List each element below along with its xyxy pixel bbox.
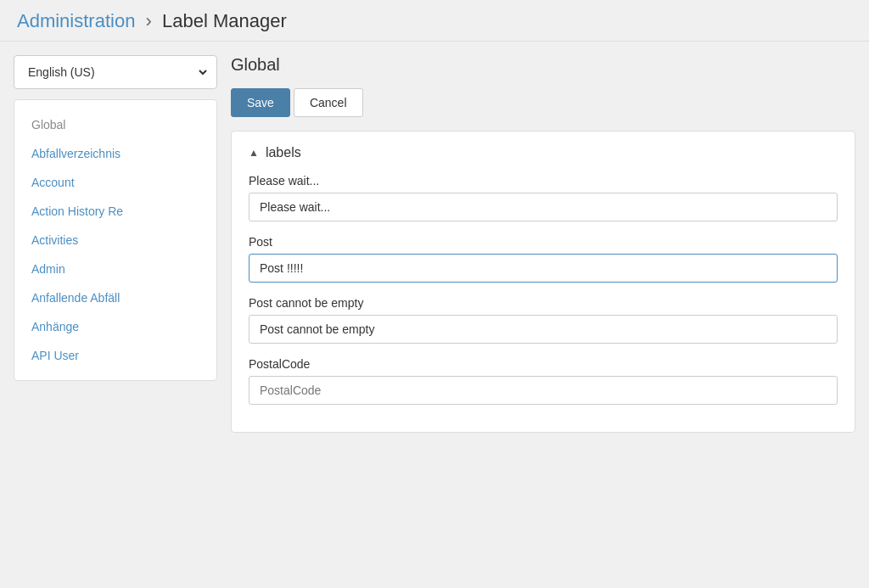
language-select[interactable]: English (US) Deutsch Français Español [21,59,210,85]
main-layout: English (US) Deutsch Français Español Gl… [0,42,869,579]
field-input-post-cannot-be-empty[interactable] [249,315,838,344]
sidebar-nav: GlobalAbfallverzeichnisAccountAction His… [14,99,217,381]
breadcrumb-separator: › [146,10,152,31]
section-header-label: labels [266,145,301,160]
content-title: Global [231,55,855,75]
field-please-wait: Please wait... [249,174,838,221]
sidebar: English (US) Deutsch Français Español Gl… [14,55,217,565]
field-input-please-wait[interactable] [249,193,838,221]
header: Administration › Label Manager [0,0,869,42]
sidebar-item-activities[interactable]: Activities [14,226,216,255]
cancel-button[interactable]: Cancel [294,88,363,117]
field-label-please-wait: Please wait... [249,174,838,188]
field-postal-code: PostalCode [249,357,838,405]
fields-container: Please wait...PostPost cannot be emptyPo… [249,174,838,405]
sidebar-item-global: Global [14,110,216,139]
field-label-postal-code: PostalCode [249,357,838,371]
field-input-post[interactable] [249,254,838,283]
breadcrumb: Administration › Label Manager [17,10,852,32]
sidebar-item-action-history-re[interactable]: Action History Re [14,197,216,226]
sidebar-item-api-user[interactable]: API User [14,341,216,370]
sidebar-item-abfallverzeichnis[interactable]: Abfallverzeichnis [14,139,216,168]
page-title: Label Manager [162,10,287,31]
sidebar-item-anfallende-abfall[interactable]: Anfallende Abfäll [14,283,216,312]
save-button[interactable]: Save [231,88,290,117]
field-post: Post [249,235,838,283]
sidebar-item-account[interactable]: Account [14,168,216,197]
field-label-post: Post [249,235,838,249]
field-label-post-cannot-be-empty: Post cannot be empty [249,296,838,310]
form-panel: ▲ labels Please wait...PostPost cannot b… [231,131,855,433]
sidebar-item-admin[interactable]: Admin [14,255,216,283]
sidebar-item-anhange[interactable]: Anhänge [14,312,216,341]
toolbar: Save Cancel [231,88,855,117]
language-selector-wrapper: English (US) Deutsch Français Español [14,55,217,89]
section-header: ▲ labels [249,145,838,160]
chevron-up-icon: ▲ [249,147,259,159]
admin-link[interactable]: Administration [17,10,135,31]
field-input-postal-code[interactable] [249,376,838,405]
field-post-cannot-be-empty: Post cannot be empty [249,296,838,344]
content-area: Global Save Cancel ▲ labels Please wait.… [231,55,855,565]
